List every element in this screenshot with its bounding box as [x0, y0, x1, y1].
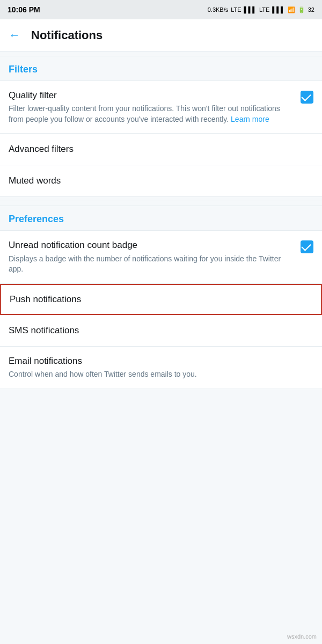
signal2-icon: ▌▌▌ [272, 6, 284, 13]
email-notifications-title: Email notifications [9, 355, 307, 367]
quality-filter-content: Quality filter Filter lower-quality cont… [9, 90, 301, 125]
sms-notifications-item[interactable]: SMS notifications [0, 315, 322, 347]
status-bar: 10:06 PM 0.3KB/s LTE ▌▌▌ LTE ▌▌▌ 📶 🔋 32 [0, 0, 322, 19]
unread-badge-item[interactable]: Unread notification count badge Displays… [0, 231, 322, 283]
push-notifications-content: Push notifications [10, 294, 312, 305]
status-time: 10:06 PM [8, 5, 40, 14]
email-notifications-desc: Control when and how often Twitter sends… [9, 369, 307, 380]
quality-filter-title: Quality filter [9, 90, 294, 101]
quality-filter-learn-more[interactable]: Learn more [231, 115, 269, 123]
filters-section-title: Filters [9, 64, 38, 75]
back-button[interactable]: ← [9, 28, 20, 42]
battery-level: 32 [308, 6, 314, 13]
sms-notifications-title: SMS notifications [9, 325, 79, 336]
preferences-section-title: Preferences [9, 214, 64, 224]
muted-words-title: Muted words [9, 175, 61, 187]
lte2-icon: LTE [259, 6, 269, 13]
battery-icon: 🔋 [298, 6, 305, 13]
quality-filter-checkbox[interactable] [301, 91, 313, 104]
signal-icon: ▌▌▌ [244, 6, 257, 13]
advanced-filters-item[interactable]: Advanced filters [0, 134, 322, 165]
section-gap [0, 197, 322, 201]
unread-badge-desc: Displays a badge with the number of noti… [9, 254, 294, 275]
quality-filter-item[interactable]: Quality filter Filter lower-quality cont… [0, 81, 322, 134]
preferences-section-header: Preferences [0, 206, 322, 231]
wifi-icon: 📶 [288, 6, 295, 13]
status-icons: 0.3KB/s LTE ▌▌▌ LTE ▌▌▌ 📶 🔋 32 [208, 6, 314, 13]
quality-filter-desc: Filter lower-quality content from your n… [9, 104, 294, 125]
unread-badge-checkbox-checked[interactable] [301, 240, 313, 253]
unread-badge-checkbox[interactable] [301, 240, 313, 253]
watermark: wsxdn.com [287, 633, 317, 640]
muted-words-item[interactable]: Muted words [0, 165, 322, 197]
quality-filter-checkbox-checked[interactable] [301, 91, 313, 104]
filters-section-header: Filters [0, 56, 322, 81]
unread-badge-content: Unread notification count badge Displays… [9, 239, 301, 274]
email-notifications-content: Email notifications Control when and how… [9, 355, 313, 380]
network-speed: 0.3KB/s [208, 6, 229, 13]
unread-badge-title: Unread notification count badge [9, 239, 294, 251]
lte-icon: LTE [231, 6, 241, 13]
page-header: ← Notifications [0, 19, 322, 52]
advanced-filters-title: Advanced filters [9, 143, 74, 155]
push-notifications-title: Push notifications [10, 294, 306, 305]
push-notifications-item[interactable]: Push notifications [0, 284, 322, 315]
email-notifications-item[interactable]: Email notifications Control when and how… [0, 347, 322, 389]
page-title: Notifications [31, 28, 103, 42]
